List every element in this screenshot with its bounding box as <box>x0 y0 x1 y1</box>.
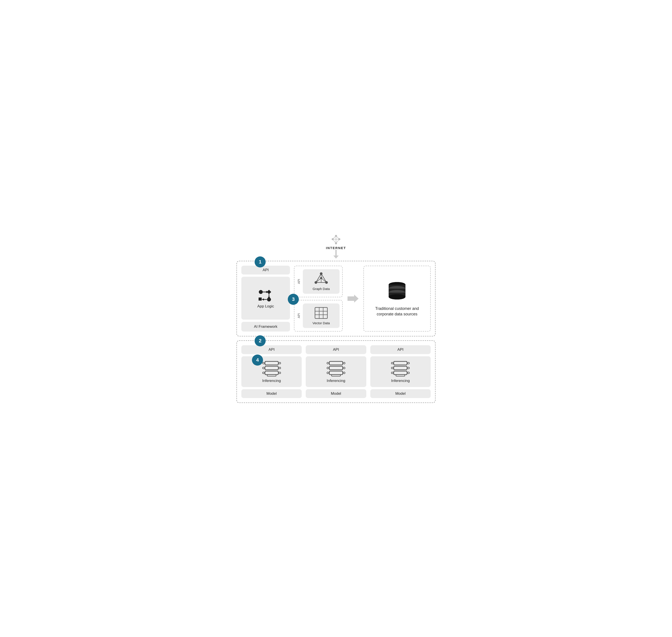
inferencing-panel-1: Inferencing <box>241 356 302 387</box>
inference-col-2: API Inferencing Model <box>306 345 366 398</box>
inferencing-label-3: Inferencing <box>391 379 410 383</box>
internet-icon <box>329 234 343 245</box>
inference-col-1: API <box>241 345 302 398</box>
svg-point-80 <box>408 362 409 364</box>
arrow-right-container <box>347 266 359 331</box>
svg-rect-33 <box>315 307 328 318</box>
badge-3: 3 <box>288 294 299 305</box>
inferencing-panel-2: Inferencing <box>306 356 366 387</box>
graph-data-section: API Graph Data <box>294 266 343 297</box>
svg-point-58 <box>279 367 281 369</box>
svg-point-12 <box>259 290 263 294</box>
inferencing-panel-3: Inferencing <box>370 356 431 387</box>
graph-data-label: Graph Data <box>313 287 330 291</box>
api-panel-top: API <box>241 266 290 274</box>
svg-rect-52 <box>265 366 278 370</box>
svg-point-69 <box>327 372 329 374</box>
app-logic-panel: App Logic <box>241 277 290 320</box>
arrow-right-icon <box>348 294 358 303</box>
internet-label: INTERNET <box>326 246 346 250</box>
svg-point-31 <box>325 281 328 284</box>
graph-data-icon <box>314 272 328 285</box>
svg-point-67 <box>327 362 329 364</box>
svg-point-70 <box>343 362 345 364</box>
svg-point-55 <box>263 367 264 369</box>
inference-api-1: API <box>241 345 302 354</box>
inference-api-label-1: API <box>268 347 275 352</box>
inferencing-label-2: Inferencing <box>327 379 345 383</box>
inference-api-3: API <box>370 345 431 354</box>
graph-api-label: API <box>297 279 301 284</box>
model-panel-3: Model <box>370 389 431 398</box>
app-logic-column: API <box>241 266 290 331</box>
svg-rect-66 <box>329 371 343 375</box>
inference-icon-3 <box>390 360 410 377</box>
svg-marker-11 <box>333 255 339 259</box>
inference-api-label-3: API <box>397 347 404 352</box>
svg-rect-51 <box>265 361 278 365</box>
svg-point-9 <box>335 242 337 244</box>
vector-data-label: Vector Data <box>313 321 330 325</box>
model-label-2: Model <box>331 392 341 396</box>
svg-rect-10 <box>335 250 337 256</box>
model-panel-2: Model <box>306 389 366 398</box>
vector-data-section: API Vector Data <box>294 300 343 331</box>
svg-point-72 <box>343 372 345 374</box>
svg-point-54 <box>263 362 264 364</box>
svg-rect-74 <box>394 361 407 365</box>
svg-point-68 <box>327 367 329 369</box>
svg-point-32 <box>320 277 322 279</box>
arrow-down-icon <box>333 250 339 259</box>
vector-data-icon <box>314 307 328 320</box>
svg-marker-15 <box>267 290 271 294</box>
svg-point-57 <box>279 362 281 364</box>
app-logic-icon <box>257 288 275 302</box>
api-label-top: API <box>263 268 268 272</box>
graph-data-panel: Graph Data <box>303 269 339 294</box>
inference-api-2: API <box>306 345 366 354</box>
svg-point-8 <box>338 238 340 240</box>
bottom-region: 2 4 API <box>236 340 436 403</box>
svg-point-56 <box>263 372 264 374</box>
svg-point-82 <box>408 372 409 374</box>
vector-api-label: API <box>297 313 301 318</box>
svg-point-7 <box>332 238 334 240</box>
badge-2: 2 <box>254 335 266 346</box>
inference-icon-1 <box>262 360 282 377</box>
top-region: 1 API <box>236 261 436 336</box>
traditional-data-section: Traditional customer and corporate data … <box>364 266 431 331</box>
database-icon <box>386 280 408 302</box>
svg-point-77 <box>391 362 393 364</box>
inference-icon-2 <box>326 360 346 377</box>
model-panel-1: Model <box>241 389 302 398</box>
ai-framework-panel: AI Framework <box>241 322 290 331</box>
model-label-1: Model <box>267 392 277 396</box>
badge-4: 4 <box>252 354 263 366</box>
inferencing-label-1: Inferencing <box>262 379 281 383</box>
app-logic-label: App Logic <box>257 304 274 309</box>
vector-data-panel: Vector Data <box>303 304 339 328</box>
ai-framework-label: AI Framework <box>254 325 277 329</box>
svg-point-81 <box>408 367 409 369</box>
model-label-3: Model <box>395 392 405 396</box>
svg-point-59 <box>279 372 281 374</box>
svg-point-30 <box>315 281 317 284</box>
svg-point-29 <box>320 272 322 275</box>
svg-rect-64 <box>329 361 343 365</box>
svg-rect-53 <box>265 371 278 375</box>
traditional-label: Traditional customer and corporate data … <box>368 306 426 317</box>
svg-point-50 <box>389 294 405 299</box>
svg-point-71 <box>343 367 345 369</box>
svg-rect-75 <box>394 366 407 370</box>
svg-rect-65 <box>329 366 343 370</box>
data-column: 3 API <box>294 266 343 331</box>
svg-marker-38 <box>348 295 358 303</box>
diagram-wrapper: INTERNET 1 API <box>236 234 436 403</box>
svg-point-79 <box>391 372 393 374</box>
svg-point-6 <box>335 235 337 237</box>
svg-rect-76 <box>394 371 407 375</box>
svg-marker-19 <box>262 298 264 301</box>
inference-col-3: API Inferencing Model <box>370 345 431 398</box>
inference-api-label-2: API <box>333 347 339 352</box>
internet-section: INTERNET <box>326 234 346 259</box>
